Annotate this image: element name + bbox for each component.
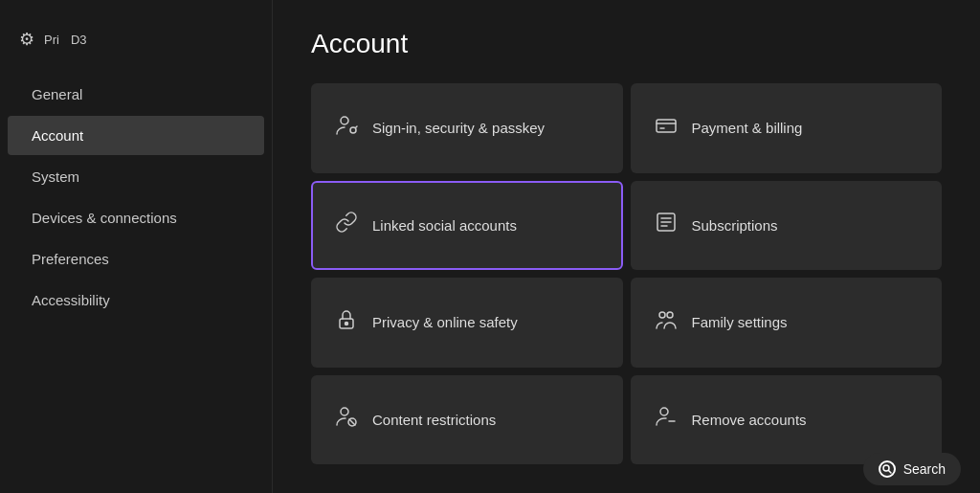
svg-point-14 — [341, 408, 348, 415]
sidebar-item-devices-connections[interactable]: Devices & connections — [8, 198, 264, 237]
sidebar-item-general[interactable]: General — [8, 75, 264, 114]
main-content: Account Sign-in, security & passkey Paym… — [273, 0, 980, 493]
search-button[interactable]: Search — [863, 453, 961, 485]
sidebar-header: ⚙ Pri D3 — [0, 19, 272, 69]
card-sign-in-security[interactable]: Sign-in, security & passkey — [311, 83, 623, 173]
card-linked-social[interactable]: Linked social accounts — [311, 181, 623, 271]
sidebar-nav: GeneralAccountSystemDevices & connection… — [0, 74, 272, 321]
bottom-bar: Search — [0, 445, 980, 493]
svg-line-20 — [888, 471, 891, 474]
person-block-icon — [334, 405, 359, 434]
card-label-family-settings: Family settings — [692, 314, 788, 330]
sidebar-item-preferences[interactable]: Preferences — [8, 239, 264, 279]
card-payment-billing[interactable]: Payment & billing — [631, 83, 943, 173]
svg-line-16 — [349, 419, 355, 425]
card-label-privacy-safety: Privacy & online safety — [372, 314, 518, 330]
sidebar: ⚙ Pri D3 GeneralAccountSystemDevices & c… — [0, 0, 273, 493]
lock-icon — [334, 308, 359, 337]
search-label: Search — [903, 461, 946, 477]
sidebar-breadcrumb: Pri D3 — [44, 33, 87, 47]
svg-point-0 — [341, 117, 348, 124]
breadcrumb-pri: Pri — [44, 33, 59, 47]
sidebar-item-system[interactable]: System — [8, 157, 264, 196]
breadcrumb-sec: D3 — [71, 33, 87, 47]
card-label-linked-social: Linked social accounts — [372, 217, 517, 234]
sidebar-item-account[interactable]: Account — [8, 116, 264, 155]
family-icon — [654, 308, 679, 337]
svg-line-2 — [356, 126, 358, 128]
gear-icon: ⚙ — [19, 29, 34, 50]
card-label-sign-in-security: Sign-in, security & passkey — [372, 120, 545, 136]
sidebar-item-accessibility[interactable]: Accessibility — [8, 280, 264, 320]
svg-point-13 — [667, 312, 673, 318]
person-key-icon — [334, 114, 359, 143]
search-icon — [879, 460, 896, 478]
svg-point-11 — [345, 322, 348, 325]
svg-point-12 — [659, 312, 665, 318]
list-check-icon — [654, 211, 679, 239]
account-grid: Sign-in, security & passkey Payment & bi… — [311, 83, 942, 464]
card-label-payment-billing: Payment & billing — [692, 120, 803, 136]
svg-rect-3 — [657, 120, 676, 132]
card-label-content-restrictions: Content restrictions — [372, 412, 496, 428]
card-label-remove-accounts: Remove accounts — [692, 412, 807, 428]
card-label-subscriptions: Subscriptions — [692, 217, 778, 234]
credit-card-icon — [654, 114, 679, 143]
svg-point-17 — [660, 408, 668, 415]
card-subscriptions[interactable]: Subscriptions — [631, 181, 943, 271]
person-remove-icon — [654, 405, 679, 434]
page-title: Account — [311, 29, 942, 59]
card-privacy-safety[interactable]: Privacy & online safety — [311, 278, 623, 368]
link-chain-icon — [334, 211, 359, 239]
card-family-settings[interactable]: Family settings — [631, 278, 943, 368]
